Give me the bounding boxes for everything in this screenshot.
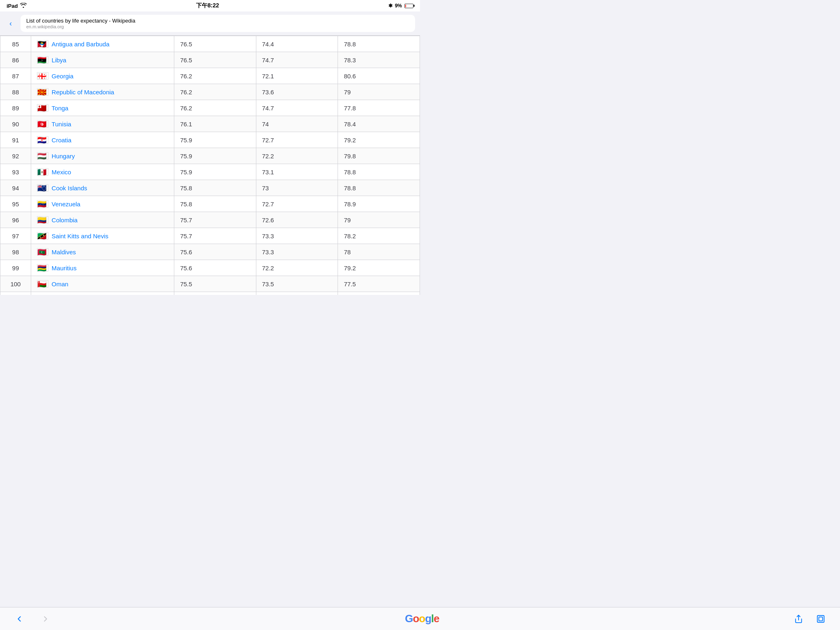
battery-icon bbox=[404, 4, 413, 8]
address-bar[interactable]: List of countries by life expectancy - W… bbox=[21, 15, 415, 32]
page-title: List of countries by life expectancy - W… bbox=[26, 18, 409, 24]
country-name-link[interactable]: Tunisia bbox=[52, 121, 71, 128]
battery-percent: 9% bbox=[395, 3, 402, 9]
male-cell: 73.5 bbox=[256, 292, 338, 295]
female-cell: 78.8 bbox=[338, 180, 420, 196]
rank-cell: 98 bbox=[0, 244, 31, 260]
female-cell: 78.8 bbox=[338, 36, 420, 52]
table-row: 100🇴🇲Oman75.573.577.5 bbox=[0, 276, 420, 292]
rank-cell: 87 bbox=[0, 68, 31, 84]
country-name-link[interactable]: Oman bbox=[52, 281, 68, 288]
rank-cell: 101 bbox=[0, 292, 31, 295]
male-cell: 73.3 bbox=[256, 244, 338, 260]
country-cell: 🇹🇳Tunisia bbox=[31, 116, 174, 132]
flag-icon: 🇨🇰 bbox=[37, 184, 48, 192]
flag-icon: 🇹🇴 bbox=[37, 104, 48, 112]
flag-icon: 🇴🇲 bbox=[37, 280, 48, 288]
status-bar: iPad 下午8:22 ✱ 9% bbox=[0, 0, 420, 11]
female-cell: 78.8 bbox=[338, 164, 420, 180]
male-cell: 72.1 bbox=[256, 68, 338, 84]
page-url: en.m.wikipedia.org bbox=[26, 24, 409, 29]
country-name-link[interactable]: Republic of Macedonia bbox=[52, 89, 114, 96]
male-cell: 74 bbox=[256, 116, 338, 132]
country-name-link[interactable]: Mauritius bbox=[52, 265, 77, 272]
country-cell: 🇨🇰Cook Islands bbox=[31, 180, 174, 196]
table-row: 95🇻🇪Venezuela75.872.778.9 bbox=[0, 196, 420, 212]
country-name-link[interactable]: Saint Kitts and Nevis bbox=[52, 233, 108, 240]
country-name-link[interactable]: Croatia bbox=[52, 137, 71, 144]
rank-cell: 97 bbox=[0, 228, 31, 244]
ipad-label: iPad bbox=[7, 3, 18, 9]
female-cell: 77.5 bbox=[338, 276, 420, 292]
overall-cell: 75.6 bbox=[174, 260, 256, 276]
country-name-link[interactable]: Venezuela bbox=[52, 201, 80, 208]
table-row: 85🇦🇬Antigua and Barbuda76.574.478.8 bbox=[0, 36, 420, 52]
female-cell: 78.2 bbox=[338, 228, 420, 244]
flag-icon: 🇲🇻 bbox=[37, 248, 48, 256]
table-row: 98🇲🇻Maldives75.673.378 bbox=[0, 244, 420, 260]
country-cell: 🇬🇪Georgia bbox=[31, 68, 174, 84]
male-cell: 74.7 bbox=[256, 100, 338, 116]
browser-back-button[interactable]: ‹ bbox=[5, 18, 16, 29]
male-cell: 74.7 bbox=[256, 52, 338, 68]
rank-cell: 85 bbox=[0, 36, 31, 52]
country-name-link[interactable]: Colombia bbox=[52, 217, 78, 224]
male-cell: 74.4 bbox=[256, 36, 338, 52]
male-cell: 73.3 bbox=[256, 228, 338, 244]
country-cell: 🇲🇺Mauritius bbox=[31, 260, 174, 276]
male-cell: 72.2 bbox=[256, 148, 338, 164]
table-row: 97🇰🇳Saint Kitts and Nevis75.773.378.2 bbox=[0, 228, 420, 244]
rank-cell: 86 bbox=[0, 52, 31, 68]
rank-cell: 89 bbox=[0, 100, 31, 116]
table-row: 94🇨🇰Cook Islands75.87378.8 bbox=[0, 180, 420, 196]
country-name-link[interactable]: Cook Islands bbox=[52, 185, 87, 192]
rank-cell: 92 bbox=[0, 148, 31, 164]
country-cell: 🇭🇺Hungary bbox=[31, 148, 174, 164]
country-name-link[interactable]: Maldives bbox=[52, 249, 76, 256]
female-cell: 79 bbox=[338, 84, 420, 100]
country-name-link[interactable]: Tonga bbox=[52, 105, 68, 112]
male-cell: 73.5 bbox=[256, 276, 338, 292]
overall-cell: 75.7 bbox=[174, 228, 256, 244]
table-container: 85🇦🇬Antigua and Barbuda76.574.478.886🇱🇾L… bbox=[0, 36, 420, 295]
country-name-link[interactable]: Antigua and Barbuda bbox=[52, 41, 110, 48]
wifi-icon bbox=[20, 3, 27, 9]
female-cell: 79.2 bbox=[338, 260, 420, 276]
table-row: 90🇹🇳Tunisia76.17478.4 bbox=[0, 116, 420, 132]
female-cell: 79.2 bbox=[338, 132, 420, 148]
female-cell: 77.8 bbox=[338, 100, 420, 116]
country-cell: 🇻🇪Venezuela bbox=[31, 196, 174, 212]
flag-icon: 🇬🇪 bbox=[37, 72, 48, 80]
overall-cell: 75.7 bbox=[174, 212, 256, 228]
country-cell: 🇭🇷Croatia bbox=[31, 132, 174, 148]
overall-cell: 75.8 bbox=[174, 196, 256, 212]
overall-cell: 75.6 bbox=[174, 244, 256, 260]
country-cell: 🇹🇴Tonga bbox=[31, 100, 174, 116]
table-row: 93🇲🇽Mexico75.973.178.8 bbox=[0, 164, 420, 180]
table-row: 101🇨🇳People's Republic of China75.573.57… bbox=[0, 292, 420, 295]
overall-cell: 76.2 bbox=[174, 100, 256, 116]
rank-cell: 95 bbox=[0, 196, 31, 212]
table-row: 99🇲🇺Mauritius75.672.279.2 bbox=[0, 260, 420, 276]
country-name-link[interactable]: Georgia bbox=[52, 73, 73, 80]
country-name-link[interactable]: Hungary bbox=[52, 153, 75, 160]
country-cell: 🇦🇬Antigua and Barbuda bbox=[31, 36, 174, 52]
overall-cell: 76.1 bbox=[174, 116, 256, 132]
overall-cell: 76.2 bbox=[174, 84, 256, 100]
country-name-link[interactable]: Mexico bbox=[52, 169, 71, 176]
flag-icon: 🇹🇳 bbox=[37, 120, 48, 128]
flag-icon: 🇭🇷 bbox=[37, 136, 48, 144]
female-cell: 78.4 bbox=[338, 116, 420, 132]
female-cell: 79 bbox=[338, 212, 420, 228]
male-cell: 72.2 bbox=[256, 260, 338, 276]
overall-cell: 75.9 bbox=[174, 132, 256, 148]
flag-icon: 🇦🇬 bbox=[37, 40, 48, 48]
table-row: 89🇹🇴Tonga76.274.777.8 bbox=[0, 100, 420, 116]
table-row: 87🇬🇪Georgia76.272.180.6 bbox=[0, 68, 420, 84]
flag-icon: 🇨🇴 bbox=[37, 216, 48, 224]
female-cell: 79.8 bbox=[338, 148, 420, 164]
rank-cell: 93 bbox=[0, 164, 31, 180]
flag-icon: 🇭🇺 bbox=[37, 152, 48, 160]
country-name-link[interactable]: Libya bbox=[52, 57, 66, 64]
table-row: 91🇭🇷Croatia75.972.779.2 bbox=[0, 132, 420, 148]
